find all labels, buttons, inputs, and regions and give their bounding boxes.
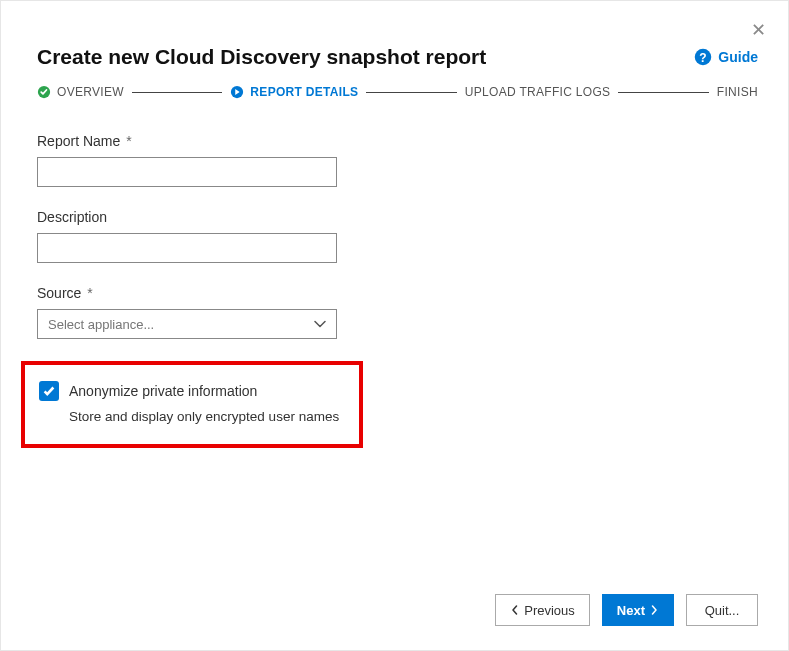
anonymize-checkbox[interactable] <box>39 381 59 401</box>
label-text: Description <box>37 209 107 225</box>
select-placeholder: Select appliance... <box>48 317 154 332</box>
svg-text:?: ? <box>700 51 707 65</box>
wizard-stepper: OVERVIEW REPORT DETAILS UPLOAD TRAFFIC L… <box>1 85 788 99</box>
anonymize-label: Anonymize private information <box>69 383 257 399</box>
chevron-down-icon <box>314 318 326 330</box>
guide-link[interactable]: ? Guide <box>694 48 758 66</box>
field-source: Source * Select appliance... <box>37 285 752 339</box>
button-label: Quit... <box>705 603 740 618</box>
anonymize-subtext: Store and display only encrypted user na… <box>69 409 345 424</box>
source-select[interactable]: Select appliance... <box>37 309 337 339</box>
chevron-right-icon <box>649 605 659 615</box>
step-connector <box>618 92 709 93</box>
step-report-details[interactable]: REPORT DETAILS <box>230 85 358 99</box>
step-label: REPORT DETAILS <box>250 85 358 99</box>
chevron-left-icon <box>510 605 520 615</box>
previous-button[interactable]: Previous <box>495 594 590 626</box>
field-label: Source * <box>37 285 752 301</box>
required-mark: * <box>87 285 92 301</box>
step-connector <box>366 92 457 93</box>
step-label: UPLOAD TRAFFIC LOGS <box>465 85 611 99</box>
button-label: Next <box>617 603 645 618</box>
step-finish[interactable]: FINISH <box>717 85 758 99</box>
anonymize-check-row: Anonymize private information <box>39 381 345 401</box>
dialog-header: Create new Cloud Discovery snapshot repo… <box>1 1 788 81</box>
description-input[interactable] <box>37 233 337 263</box>
field-label: Report Name * <box>37 133 752 149</box>
label-text: Report Name <box>37 133 120 149</box>
help-icon: ? <box>694 48 712 66</box>
step-connector <box>132 92 223 93</box>
label-text: Source <box>37 285 81 301</box>
step-label: FINISH <box>717 85 758 99</box>
close-icon[interactable]: ✕ <box>751 19 766 41</box>
current-step-icon <box>230 85 244 99</box>
field-description: Description <box>37 209 752 263</box>
anonymize-highlight-box: Anonymize private information Store and … <box>21 361 363 448</box>
field-label: Description <box>37 209 752 225</box>
quit-button[interactable]: Quit... <box>686 594 758 626</box>
page-title: Create new Cloud Discovery snapshot repo… <box>37 45 486 69</box>
dialog-create-snapshot-report: ✕ Create new Cloud Discovery snapshot re… <box>0 0 789 651</box>
checkmark-icon <box>42 384 56 398</box>
button-label: Previous <box>524 603 575 618</box>
report-name-input[interactable] <box>37 157 337 187</box>
next-button[interactable]: Next <box>602 594 674 626</box>
field-report-name: Report Name * <box>37 133 752 187</box>
form-area: Report Name * Description Source * Selec… <box>1 99 788 448</box>
check-circle-icon <box>37 85 51 99</box>
required-mark: * <box>126 133 131 149</box>
step-label: OVERVIEW <box>57 85 124 99</box>
step-overview[interactable]: OVERVIEW <box>37 85 124 99</box>
dialog-footer: Previous Next Quit... <box>495 594 758 626</box>
guide-label: Guide <box>718 49 758 65</box>
step-upload-logs[interactable]: UPLOAD TRAFFIC LOGS <box>465 85 611 99</box>
